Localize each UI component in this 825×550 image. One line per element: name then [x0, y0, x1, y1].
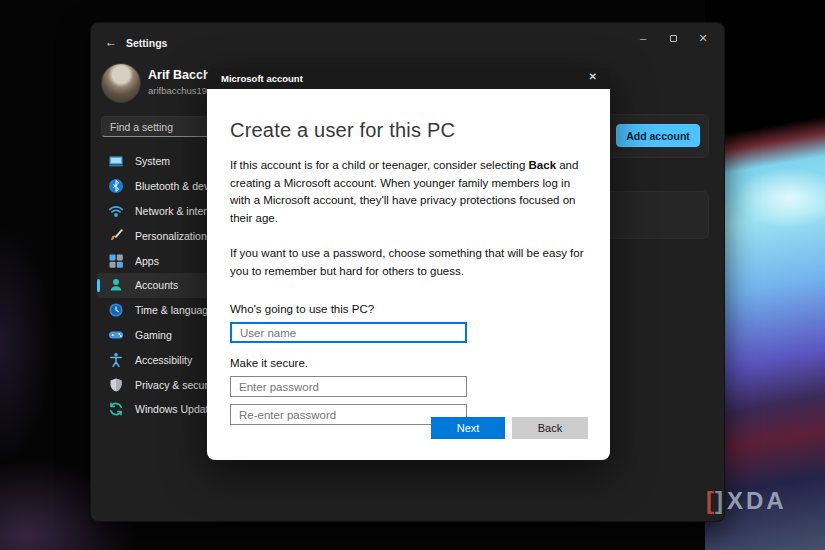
gamepad-icon — [108, 327, 124, 343]
minimize-icon: – — [640, 32, 646, 44]
sidebar-item-accessibility[interactable]: Accessibility — [97, 347, 223, 372]
paragraph-bold-back: Back — [529, 159, 557, 171]
bluetooth-icon — [108, 178, 124, 194]
secure-label: Make it secure. — [230, 357, 587, 369]
person-icon — [108, 277, 124, 293]
password-field[interactable] — [230, 376, 467, 397]
dialog-heading: Create a user for this PC — [230, 119, 587, 142]
watermark-bracket-left: [ — [706, 489, 715, 513]
maximize-icon — [670, 35, 677, 42]
sidebar-item-label: Windows Update — [135, 403, 214, 415]
sidebar-item-time-language[interactable]: Time & language — [97, 298, 223, 323]
window-controls: – ✕ — [628, 29, 718, 47]
dialog-titlebar: Microsoft account ✕ — [207, 68, 610, 89]
avatar — [101, 63, 141, 103]
window-title: Settings — [126, 37, 167, 49]
sidebar-item-accounts[interactable]: Accounts — [97, 273, 223, 298]
dialog-paragraph-child-notice: If this account is for a child or teenag… — [230, 157, 592, 227]
maximize-button[interactable] — [658, 29, 688, 47]
sidebar-item-label: Privacy & security — [135, 379, 218, 391]
sidebar-item-windows-update[interactable]: Windows Update — [97, 397, 223, 422]
close-button[interactable]: ✕ — [688, 29, 718, 47]
paragraph-text: If this account is for a child or teenag… — [230, 159, 529, 171]
sidebar-item-label: Accounts — [135, 279, 178, 291]
wallpaper-left-streak — [0, 230, 95, 460]
username-label: Who's going to use this PC? — [230, 303, 587, 315]
sidebar-item-gaming[interactable]: Gaming — [97, 323, 223, 348]
dialog-body: Create a user for this PC If this accoun… — [207, 89, 610, 460]
wifi-icon — [108, 203, 124, 219]
watermark-bracket-right: ] — [715, 489, 724, 513]
accessibility-person-icon — [108, 352, 124, 368]
settings-titlebar: ← Settings – ✕ — [91, 23, 724, 53]
sidebar-item-privacy-security[interactable]: Privacy & security — [97, 372, 223, 397]
sidebar-item-personalization[interactable]: Personalization — [97, 223, 223, 248]
xda-watermark: [ ] XDA — [706, 489, 787, 513]
add-account-button[interactable]: Add account — [616, 124, 700, 147]
sidebar-item-label: Time & language — [135, 304, 214, 316]
sidebar-item-system[interactable]: System — [97, 149, 223, 174]
clock-icon — [108, 302, 124, 318]
dialog-paragraph-password-advice: If you want to use a password, choose so… — [230, 245, 592, 280]
sidebar-item-network-internet[interactable]: Network & internet — [97, 199, 223, 224]
sidebar-item-label: Accessibility — [135, 354, 192, 366]
back-button[interactable]: Back — [512, 417, 588, 439]
dialog-close-icon[interactable]: ✕ — [589, 72, 597, 82]
next-button[interactable]: Next — [431, 417, 505, 439]
sidebar-item-label: System — [135, 155, 170, 167]
dialog-button-row: Next Back — [431, 417, 588, 439]
minimize-button[interactable]: – — [628, 29, 658, 47]
sidebar-item-label: Personalization — [135, 230, 207, 242]
brush-icon — [108, 228, 124, 244]
microsoft-account-dialog: Microsoft account ✕ Create a user for th… — [207, 68, 610, 460]
back-arrow-icon[interactable]: ← — [105, 36, 117, 48]
username-field[interactable] — [230, 322, 467, 343]
update-refresh-icon — [108, 401, 124, 417]
sidebar: System Bluetooth & devices Network & int… — [97, 149, 223, 422]
shield-icon — [108, 377, 124, 393]
system-icon — [108, 153, 124, 169]
sidebar-item-apps[interactable]: Apps — [97, 248, 223, 273]
sidebar-item-label: Gaming — [135, 329, 172, 341]
dialog-title: Microsoft account — [221, 73, 303, 84]
sidebar-item-label: Apps — [135, 255, 159, 267]
sidebar-item-bluetooth-devices[interactable]: Bluetooth & devices — [97, 174, 223, 199]
close-icon: ✕ — [698, 32, 707, 45]
apps-grid-icon — [108, 253, 124, 269]
watermark-text: XDA — [727, 489, 787, 513]
